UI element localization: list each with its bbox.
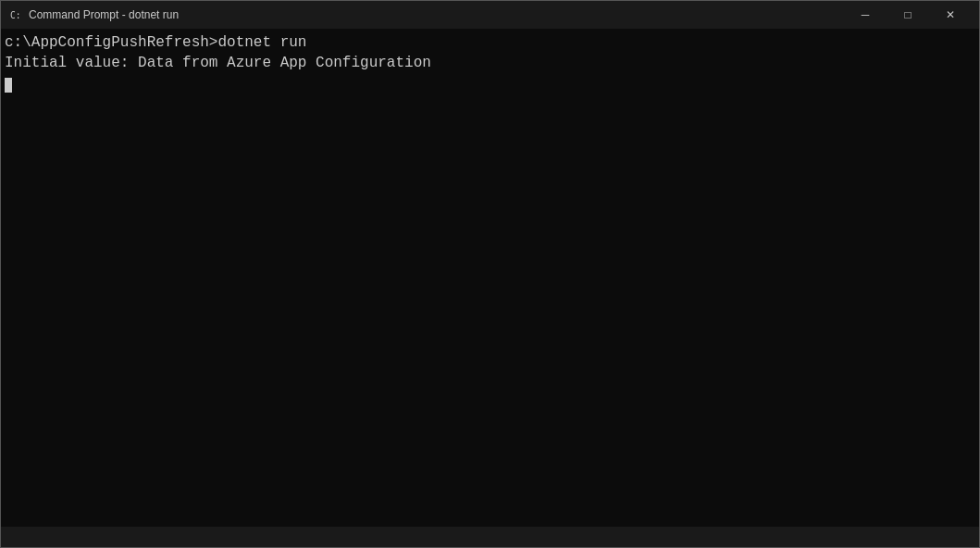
command-line: c:\AppConfigPushRefresh>dotnet run [5,32,975,53]
cmd-icon: C: [8,7,23,22]
titlebar: C: Command Prompt - dotnet run ─ □ ✕ [1,1,979,29]
svg-text:C:: C: [10,10,21,20]
window: C: Command Prompt - dotnet run ─ □ ✕ c:\… [0,0,980,548]
terminal-cursor [5,78,12,93]
window-controls: ─ □ ✕ [844,1,972,29]
terminal-body[interactable]: c:\AppConfigPushRefresh>dotnet run Initi… [1,29,979,527]
minimize-button[interactable]: ─ [844,1,887,29]
cursor-line [5,76,975,93]
window-title: Command Prompt - dotnet run [29,8,844,21]
output-line: Initial value: Data from Azure App Confi… [5,53,975,73]
maximize-button[interactable]: □ [887,1,929,29]
close-button[interactable]: ✕ [929,1,972,29]
statusbar [1,527,979,547]
